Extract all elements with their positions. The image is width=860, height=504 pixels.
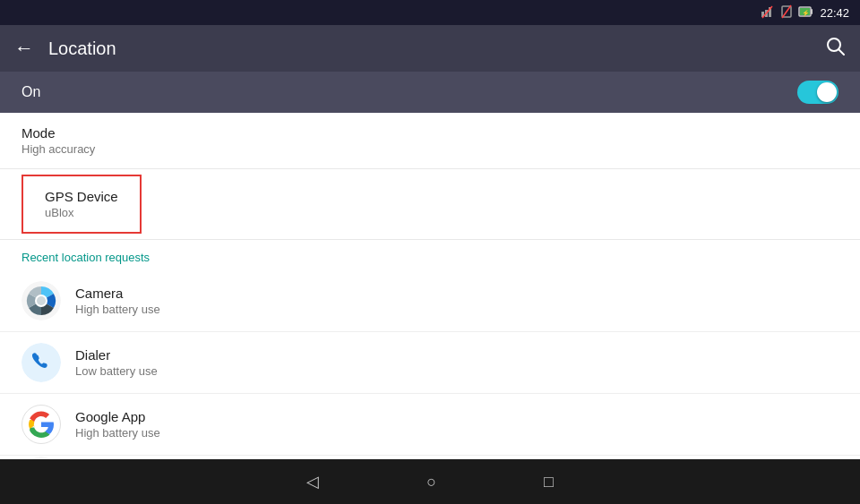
battery-charging-icon: ⚡ — [798, 5, 814, 21]
nav-home-button[interactable]: ○ — [426, 473, 436, 491]
top-bar: ← Location — [0, 25, 860, 72]
toggle-knob — [817, 82, 837, 102]
status-icons: ⚡ 22:42 — [761, 4, 849, 21]
section-header-text: Recent location requests — [22, 251, 150, 264]
gps-wrapper: GPS Device uBlox — [0, 169, 860, 240]
toggle-row[interactable]: On — [0, 72, 860, 113]
camera-sub: High battery use — [75, 303, 160, 316]
google-app-item[interactable]: Google App High battery use — [0, 394, 860, 456]
camera-name: Camera — [75, 286, 160, 301]
dialer-name: Dialer — [75, 347, 158, 363]
back-button[interactable]: ← — [14, 37, 34, 60]
search-button[interactable] — [826, 37, 846, 61]
svg-point-14 — [37, 296, 46, 305]
toggle-label: On — [22, 84, 40, 100]
svg-text:⚡: ⚡ — [802, 9, 810, 17]
google-name: Google App — [75, 409, 160, 424]
signal-blocked-icon — [761, 4, 775, 21]
recent-requests-header: Recent location requests — [0, 240, 860, 270]
dialer-sub: Low battery use — [75, 364, 158, 378]
svg-line-5 — [782, 5, 791, 18]
status-time: 22:42 — [820, 6, 849, 20]
camera-info: Camera High battery use — [75, 286, 160, 316]
svg-line-11 — [838, 49, 844, 55]
status-bar: ⚡ 22:42 — [0, 0, 860, 25]
dialer-info: Dialer Low battery use — [75, 347, 158, 378]
mode-setting[interactable]: Mode High accuracy — [0, 113, 860, 169]
google-sub: High battery use — [75, 426, 160, 440]
svg-point-15 — [22, 343, 61, 382]
location-toggle[interactable] — [797, 81, 838, 104]
mode-title: Mode — [22, 125, 838, 141]
main-content: Mode High accuracy GPS Device uBlox Rece… — [0, 113, 860, 486]
dialer-app-item[interactable]: Dialer Low battery use — [0, 332, 860, 394]
sim-blocked-icon — [780, 4, 793, 21]
camera-app-item[interactable]: Camera High battery use — [0, 270, 860, 332]
gps-subtitle: uBlox — [45, 206, 118, 219]
google-icon — [22, 405, 61, 444]
gps-device-setting[interactable]: GPS Device uBlox — [22, 175, 142, 234]
dialer-icon — [22, 343, 61, 382]
page-title: Location — [48, 38, 116, 59]
bottom-nav: ◁ ○ □ — [0, 459, 860, 504]
top-bar-left: ← Location — [14, 37, 116, 60]
mode-subtitle: High accuracy — [22, 142, 838, 156]
gps-title: GPS Device — [45, 189, 118, 204]
svg-rect-7 — [811, 9, 813, 14]
camera-icon — [22, 281, 61, 320]
google-info: Google App High battery use — [75, 409, 160, 440]
nav-recent-button[interactable]: □ — [544, 473, 554, 491]
nav-back-button[interactable]: ◁ — [306, 472, 319, 491]
